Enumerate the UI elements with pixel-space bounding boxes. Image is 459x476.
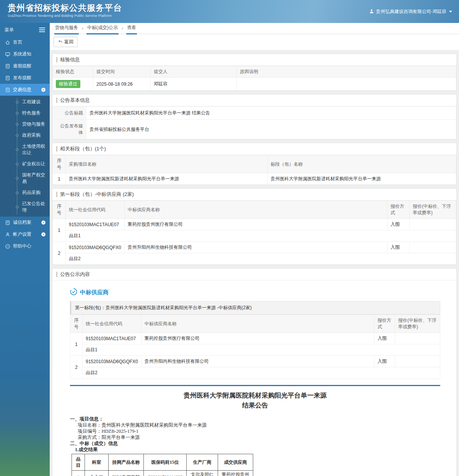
col-header: 医保码前15位 (144, 454, 187, 471)
section-title-announcement: 公告基本信息 (52, 95, 456, 106)
sidebar-subitem-mining-rights[interactable]: 矿业权出让 (0, 158, 50, 170)
row-index: 2 (70, 356, 83, 379)
cell: C02061700114038 (144, 471, 187, 476)
cell: 1 (72, 471, 85, 476)
section-title-suppliers: 第一标段（包）-中标供应商 (2家) (52, 189, 456, 201)
doc-line: 项目名称：贵州医科大学附属医院耗材采购阳光平台单一来源 (70, 422, 440, 428)
sidebar-item-home[interactable]: 首页 (0, 36, 50, 48)
quote-method: 入围 (374, 333, 395, 344)
col-header: 序号 (70, 315, 83, 333)
breadcrumb-award-notice[interactable]: 中标(成交)公示 (86, 23, 119, 34)
divider (70, 385, 440, 386)
home-icon (5, 40, 10, 45)
package-bar: 第一标段(包)：贵州医科大学附属医院新进耗材采购阳光平台单一来源 -中标供应商(… (70, 301, 440, 315)
caret-down-icon (449, 11, 452, 13)
verify-table: 核验状态 提交时间 提交人 原因说明 核验通过 2025-08-18 09:26… (52, 66, 456, 91)
col-header: 提交时间 (93, 66, 151, 78)
doc-heading: 一、项目信息： (70, 416, 440, 422)
title-tick (56, 272, 57, 277)
cell: 戈尔及同仁有限公司 (187, 471, 218, 476)
credit-code: 91520103MAC1TAUE07 (83, 333, 142, 344)
col-header: 原因说明 (237, 66, 456, 78)
breadcrumb-goods-services[interactable]: 货物与服务 (54, 23, 79, 34)
section-title-notice: 公告公示内容 (52, 269, 456, 280)
doc-heading: 二、中标（成交）信息 (70, 440, 440, 447)
section-title-verify: 核验信息 (52, 54, 456, 66)
section-title-related: 相关标段（包）(1个) (52, 143, 456, 155)
document-title: 贵州医科大学附属医院耗材采购阳光平台单一来源 结果公告 (70, 391, 440, 411)
winning-suppliers-panel: 第一标段（包）-中标供应商 (2家) 序号 统一社会信用代码 中标供应商名称 报… (52, 188, 457, 265)
sidebar-item-label: 交易信息 (13, 86, 31, 93)
col-header: 提交人 (151, 66, 237, 78)
page: 贵州省招标投标公共服务平台 GuiZhou Province Tendering… (0, 0, 459, 476)
sidebar-subitem-drug-procurement[interactable]: 药品采购 (0, 187, 50, 198)
table-row: 品目1 (53, 230, 456, 242)
table-row: 公告发布媒体 贵州省招标投标公共服务平台 (53, 120, 456, 139)
sidebar-subitem-goods-services[interactable]: 货物与服务 (0, 119, 50, 130)
related-table: 序号 采购项目名称 标段（包）名称 1 贵州医科大学附属医院新进耗材采购阳光平台… (52, 155, 456, 185)
sidebar-item-label: 首页 (13, 39, 22, 46)
chevron-right-circle-icon (41, 220, 46, 225)
back-button[interactable]: 返回 (54, 37, 78, 47)
col-header: 统一社会信用代码 (66, 201, 125, 219)
sidebar-subitem-land-use[interactable]: 土地使用权出让 (0, 141, 50, 158)
title-tick (56, 98, 57, 103)
sidebar-item-credit-archive[interactable]: 诚信档案 (0, 217, 50, 228)
chevron-right-circle-icon (41, 232, 46, 237)
trade-info-submenu: 工程建设 特色服务 货物与服务 政府采购 土地使用权出让 矿业权出让 国有产权交… (0, 96, 50, 217)
sidebar-item-label: 诚信档案 (13, 219, 31, 226)
supplier-name: 重药控股贵州医疗有限公司 (124, 219, 387, 230)
credit-code: 91520103MAC1TAUE07 (66, 219, 125, 230)
monitor-icon (5, 52, 10, 57)
table-row: 1 91520103MAC1TAUE07 重药控股贵州医疗有限公司 入围 (70, 333, 440, 344)
sidebar-subitem-gov-procurement[interactable]: 政府采购 (0, 130, 50, 141)
breadcrumb-separator: › (122, 26, 123, 31)
document-icon (5, 87, 10, 93)
table-row: 核验通过 2025-08-18 09:26 邓廷容 (53, 78, 456, 91)
question-circle-icon: ? (5, 244, 10, 249)
supplier-heading: 中标供应商 (70, 288, 440, 297)
table-row: 品目1 (70, 344, 440, 356)
sidebar-item-label: 帐户设置 (13, 231, 31, 238)
main-content: 货物与服务 › 中标(成交)公示 › 查看 返回 核验信息 核验状态 (50, 23, 459, 476)
col-header: 中标供应商名称 (124, 201, 387, 219)
col-header: 报价方式 (387, 201, 410, 219)
col-header: 报价方式 (374, 315, 395, 333)
sidebar-subitem-engineering[interactable]: 工程建设 (0, 96, 50, 108)
credit-code: 91520103MAD6QGQFX0 (83, 356, 142, 367)
cell: TIPS专用支架 (109, 471, 144, 476)
hamburger-icon[interactable] (39, 26, 45, 33)
field-value: 贵州省招标投标公共服务平台 (86, 120, 456, 139)
breadcrumb-view[interactable]: 查看 (126, 23, 137, 34)
sidebar-item-help-center[interactable]: ? 帮助中心 (0, 240, 50, 252)
person-icon (5, 232, 10, 237)
sidebar-item-account-settings[interactable]: 帐户设置 (0, 228, 50, 240)
cell: 重药控股贵州医疗有限公司 (218, 471, 253, 476)
sidebar-item-publish-reminder[interactable]: 发布提醒 (0, 72, 50, 84)
svg-text:?: ? (7, 245, 8, 248)
submit-person: 邓廷容 (151, 78, 237, 91)
user-menu[interactable]: 贵州弘典建设咨询有限公司-邓廷容 (369, 8, 452, 15)
sidebar-subitem-featured-services[interactable]: 特色服务 (0, 108, 50, 119)
document-icon (5, 75, 10, 81)
user-name: 贵州弘典建设咨询有限公司-邓廷容 (376, 8, 446, 15)
col-header: 生产厂商 (187, 454, 218, 471)
sidebar-subitem-published-notices[interactable]: 已发公告处理 (0, 198, 50, 216)
credit-code: 91520103MAD6QGQFX0 (66, 242, 125, 253)
col-header: 品目 (72, 454, 85, 471)
sidebar-item-trade-info[interactable]: 交易信息 (0, 84, 50, 96)
sidebar-subitem-state-property[interactable]: 国有产权交易 (0, 170, 50, 187)
sidebar-item-label: 系统通知 (13, 51, 31, 57)
col-header: 中标供应商名称 (141, 315, 374, 333)
sidebar: 菜单 首页 系统通知 逾期提醒 发布提醒 交易信息 (0, 23, 50, 476)
menu-title: 菜单 (5, 27, 14, 33)
sidebar-item-overdue-reminder[interactable]: 逾期提醒 (0, 60, 50, 72)
table-row: 公告标题 贵州医科大学附属医院耗材采购阳光平台单一来源 结果公告 (53, 107, 456, 120)
sidebar-item-system-notice[interactable]: 系统通知 (0, 48, 50, 60)
package-name: 贵州医科大学附属医院新进耗材采购阳光平台单一来源 (267, 173, 456, 185)
table-row: 1 贵州医科大学附属医院新进耗材采购阳光平台单一来源 贵州医科大学附属医院新进耗… (53, 173, 456, 185)
supplier-name: 重药控股贵州医疗有限公司 (141, 333, 374, 344)
project-name: 贵州医科大学附属医院新进耗材采购阳光平台单一来源 (66, 173, 268, 185)
back-button-label: 返回 (64, 39, 73, 45)
table-row: 2 91520103MAD6QGQFX0 贵州升阳尚和生物科技有限公司 入围 (70, 356, 440, 367)
